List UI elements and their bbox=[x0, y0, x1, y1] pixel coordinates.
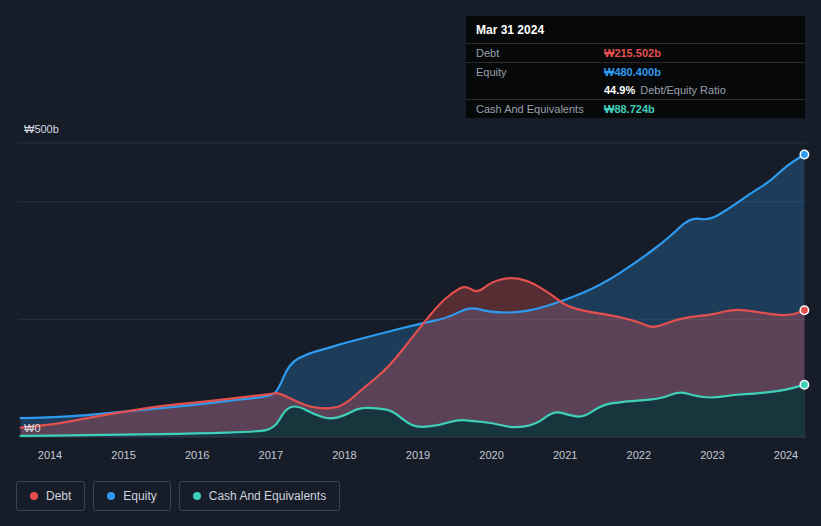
equity-legend-dot bbox=[107, 492, 115, 500]
tooltip-debt-row: Debt ₩215.502b bbox=[466, 44, 805, 63]
x-axis-label-2021: 2021 bbox=[553, 449, 577, 461]
debt-legend-dot bbox=[30, 492, 38, 500]
tooltip-equity-value: ₩480.400b bbox=[604, 66, 661, 78]
x-axis-label-2020: 2020 bbox=[479, 449, 503, 461]
legend-item-cash[interactable]: Cash And Equivalents bbox=[179, 481, 340, 511]
tooltip-cash-label: Cash And Equivalents bbox=[476, 103, 604, 115]
legend-item-equity-label: Equity bbox=[123, 489, 156, 503]
tooltip-debt-label: Debt bbox=[476, 47, 604, 59]
legend-item-equity[interactable]: Equity bbox=[93, 481, 170, 511]
debt-end-dot[interactable] bbox=[800, 306, 808, 314]
tooltip-ratio-row: 44.9% Debt/Equity Ratio bbox=[466, 81, 805, 100]
tooltip-cash-value: ₩88.724b bbox=[604, 103, 655, 115]
x-axis-label-2017: 2017 bbox=[259, 449, 283, 461]
x-axis-label-2023: 2023 bbox=[700, 449, 724, 461]
tooltip-debt-value: ₩215.502b bbox=[604, 47, 661, 59]
tooltip-ratio-label: Debt/Equity Ratio bbox=[640, 84, 726, 96]
x-axis-label-2014: 2014 bbox=[38, 449, 62, 461]
x-axis-label-2022: 2022 bbox=[627, 449, 651, 461]
equity-end-dot[interactable] bbox=[800, 150, 808, 158]
x-axis-label-2016: 2016 bbox=[185, 449, 209, 461]
x-axis-label-2015: 2015 bbox=[111, 449, 135, 461]
legend-item-debt-label: Debt bbox=[46, 489, 71, 503]
debt-equity-history-chart: ₩500b ₩0 2014201520162017201820192020202… bbox=[0, 0, 821, 526]
x-axis-label-2024: 2024 bbox=[774, 449, 798, 461]
y-axis-label-zero: ₩0 bbox=[24, 422, 41, 434]
chart-legend: Debt Equity Cash And Equivalents bbox=[16, 481, 340, 511]
tooltip-ratio-value: 44.9% bbox=[604, 84, 635, 96]
x-axis-label-2018: 2018 bbox=[332, 449, 356, 461]
cash-legend-dot bbox=[193, 492, 201, 500]
y-axis-label-top: ₩500b bbox=[24, 123, 59, 135]
tooltip-equity-label: Equity bbox=[476, 66, 604, 78]
tooltip-date: Mar 31 2024 bbox=[466, 16, 805, 44]
legend-item-debt[interactable]: Debt bbox=[16, 481, 85, 511]
cash-end-dot[interactable] bbox=[800, 381, 808, 389]
legend-item-cash-label: Cash And Equivalents bbox=[209, 489, 326, 503]
x-axis: 2014201520162017201820192020202120222023… bbox=[0, 449, 821, 463]
tooltip-cash-row: Cash And Equivalents ₩88.724b bbox=[466, 100, 805, 118]
tooltip-equity-row: Equity ₩480.400b bbox=[466, 63, 805, 81]
chart-tooltip: Mar 31 2024 Debt ₩215.502b Equity ₩480.4… bbox=[466, 16, 805, 118]
x-axis-label-2019: 2019 bbox=[406, 449, 430, 461]
